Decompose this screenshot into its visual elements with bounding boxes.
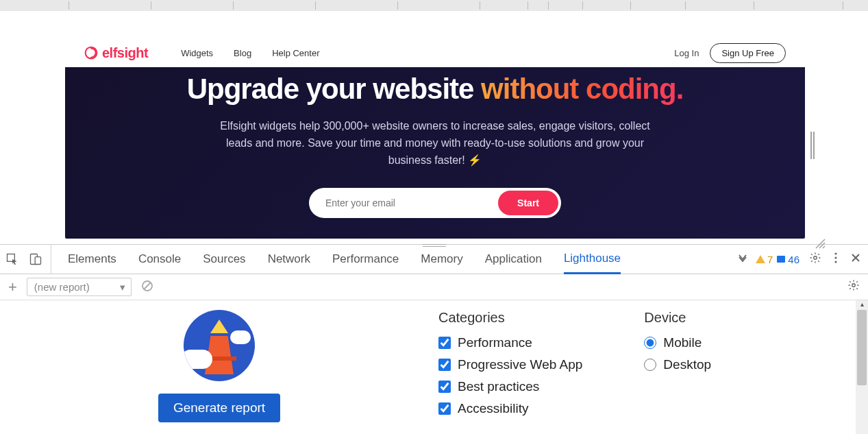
device-column: Device Mobile Desktop <box>644 310 711 434</box>
warning-icon <box>755 254 766 265</box>
tab-console[interactable]: Console <box>138 245 181 273</box>
devtools-tabbar: Elements Console Sources Network Perform… <box>0 244 868 274</box>
svg-rect-4 <box>777 256 785 263</box>
report-select[interactable]: (new report) <box>27 278 132 296</box>
hero-title-accent: without coding. <box>481 73 683 105</box>
lighthouse-settings-icon[interactable] <box>847 279 860 295</box>
device-toggle-icon[interactable] <box>29 252 42 266</box>
site-header: elfsight Widgets Blog Help Center Log In… <box>65 38 805 67</box>
radio-desktop[interactable] <box>644 359 656 371</box>
tab-performance[interactable]: Performance <box>332 245 399 273</box>
kebab-menu-icon[interactable] <box>834 252 838 267</box>
nav-blog[interactable]: Blog <box>234 48 251 58</box>
tab-sources[interactable]: Sources <box>203 245 245 273</box>
login-link[interactable]: Log In <box>674 48 699 58</box>
signup-button[interactable]: Sign Up Free <box>710 43 786 63</box>
tab-lighthouse[interactable]: Lighthouse <box>564 245 621 274</box>
nav-help[interactable]: Help Center <box>272 48 319 58</box>
svg-rect-3 <box>35 257 40 265</box>
label-performance: Performance <box>458 335 532 350</box>
label-accessibility: Accessibility <box>458 401 528 416</box>
label-desktop: Desktop <box>663 357 711 372</box>
elfsight-icon <box>84 46 98 60</box>
lighthouse-logo <box>184 310 255 381</box>
tab-network[interactable]: Network <box>268 245 310 273</box>
hero-subtitle: Elfsight widgets help 300,000+ website o… <box>216 118 654 169</box>
checkbox-best-practices[interactable] <box>438 381 451 393</box>
hero-title: Upgrade your website without coding. <box>86 73 784 106</box>
tab-elements[interactable]: Elements <box>68 245 116 273</box>
page-viewport: elfsight Widgets Blog Help Center Log In… <box>0 11 868 244</box>
info-icon <box>776 254 786 265</box>
hero-section: Upgrade your website without coding. Elf… <box>65 67 805 239</box>
warning-count: 7 <box>767 254 773 265</box>
category-performance[interactable]: Performance <box>438 335 582 350</box>
category-accessibility[interactable]: Accessibility <box>438 401 582 416</box>
category-best-practices[interactable]: Best practices <box>438 379 582 394</box>
label-mobile: Mobile <box>663 335 702 350</box>
checkbox-accessibility[interactable] <box>438 402 451 415</box>
categories-heading: Categories <box>438 310 582 326</box>
nav-widgets[interactable]: Widgets <box>181 48 213 58</box>
more-tabs-icon[interactable] <box>730 245 755 274</box>
svg-point-8 <box>834 261 836 263</box>
issue-counts[interactable]: 7 46 <box>755 245 799 274</box>
generate-report-button[interactable]: Generate report <box>158 394 280 422</box>
settings-icon[interactable] <box>809 252 821 267</box>
nav-links: Widgets Blog Help Center <box>181 48 319 58</box>
checkbox-performance[interactable] <box>438 337 451 349</box>
hero-title-a: Upgrade your website <box>187 73 481 105</box>
label-pwa: Progressive Web App <box>458 357 582 372</box>
device-desktop[interactable]: Desktop <box>644 357 711 372</box>
category-pwa[interactable]: Progressive Web App <box>438 357 582 372</box>
email-input[interactable] <box>312 197 498 208</box>
device-heading: Device <box>644 310 711 326</box>
label-best-practices: Best practices <box>458 379 539 394</box>
resize-corner-icon[interactable] <box>813 237 826 252</box>
devtools-resize-handle[interactable] <box>423 244 446 247</box>
viewport-scrollbar[interactable] <box>810 132 815 159</box>
svg-point-5 <box>814 256 817 259</box>
lighthouse-toolbar: + (new report) <box>0 274 868 300</box>
svg-point-7 <box>834 256 836 258</box>
info-count: 46 <box>788 254 799 265</box>
svg-point-6 <box>834 252 836 254</box>
clear-icon[interactable] <box>141 280 153 295</box>
tab-memory[interactable]: Memory <box>421 245 462 273</box>
svg-point-10 <box>852 284 856 287</box>
close-devtools-icon[interactable] <box>850 252 861 267</box>
inspect-icon[interactable] <box>5 252 19 266</box>
email-form: Start <box>309 188 561 218</box>
lighthouse-panel: Generate report Categories Performance P… <box>0 300 868 434</box>
tab-application[interactable]: Application <box>485 245 542 273</box>
new-report-icon[interactable]: + <box>8 278 17 296</box>
device-mobile[interactable]: Mobile <box>644 335 711 350</box>
brand-text: elfsight <box>102 45 148 61</box>
panel-scrollbar[interactable]: ▴ <box>856 300 868 434</box>
ruler <box>0 0 868 11</box>
checkbox-pwa[interactable] <box>438 359 451 371</box>
brand-logo[interactable]: elfsight <box>84 45 148 61</box>
categories-column: Categories Performance Progressive Web A… <box>438 310 582 434</box>
start-button[interactable]: Start <box>498 191 558 215</box>
radio-mobile[interactable] <box>644 337 656 349</box>
